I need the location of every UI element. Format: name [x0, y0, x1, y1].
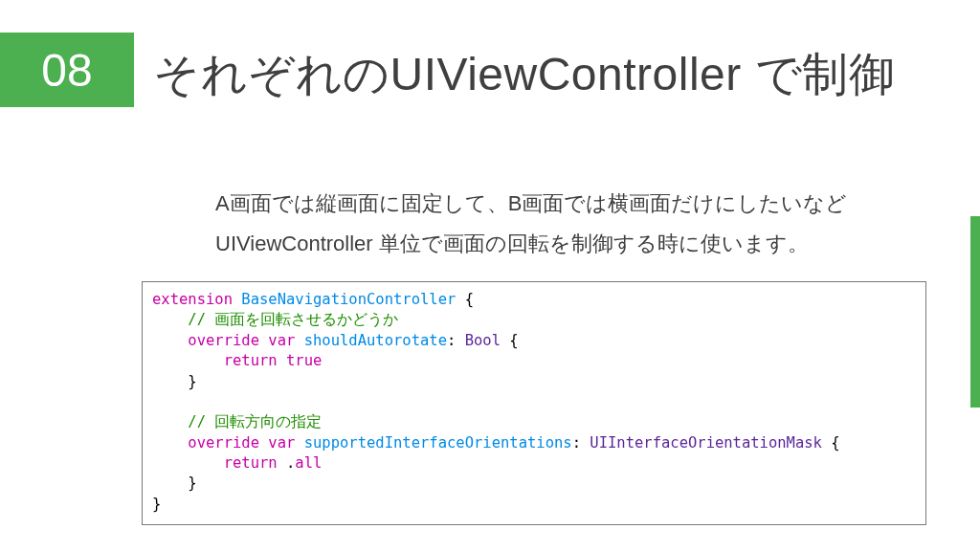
accent-bar — [970, 216, 980, 408]
code-token: Bool — [465, 332, 501, 349]
description-line-2: UIViewController 単位で画面の回転を制御する時に使います。 — [215, 224, 923, 264]
code-token: override — [188, 332, 259, 349]
code-token — [152, 454, 224, 472]
slide-description: A画面では縦画面に固定して、B画面では横画面だけにしたいなど UIViewCon… — [215, 184, 923, 264]
code-token: : — [447, 332, 465, 349]
code-token: . — [278, 454, 296, 472]
code-token: extension — [152, 291, 233, 308]
code-token: } — [152, 373, 197, 390]
code-token — [259, 332, 268, 349]
code-token — [233, 291, 241, 308]
code-token — [295, 434, 303, 452]
code-token — [152, 332, 188, 349]
code-token: return — [224, 352, 278, 369]
code-comment: // 回転方向の指定 — [152, 413, 322, 430]
code-token: all — [295, 454, 322, 472]
code-token — [259, 434, 268, 452]
code-token: UIInterfaceOrientationMask — [590, 434, 822, 452]
code-token: } — [152, 474, 197, 492]
code-blank — [152, 393, 161, 410]
code-token: shouldAutorotate — [304, 332, 447, 349]
code-token: : — [572, 434, 590, 452]
code-token: BaseNavigationController — [241, 291, 456, 308]
code-token: var — [268, 332, 295, 349]
description-line-1: A画面では縦画面に固定して、B画面では横画面だけにしたいなど — [215, 184, 923, 224]
code-token: var — [268, 434, 295, 452]
code-token: return — [224, 454, 278, 472]
code-token — [152, 434, 188, 452]
code-token: true — [286, 352, 322, 369]
code-token — [278, 352, 286, 369]
code-comment: // 画面を回転させるかどうか — [152, 311, 398, 328]
code-block: extension BaseNavigationController { // … — [142, 281, 926, 525]
code-token: supportedInterfaceOrientations — [304, 434, 572, 452]
code-token: } — [152, 496, 161, 513]
slide-number-badge: 08 — [0, 33, 134, 107]
code-token: override — [188, 434, 259, 452]
code-token — [295, 332, 303, 349]
code-token — [152, 352, 224, 369]
code-token: { — [456, 291, 474, 308]
code-token: { — [501, 332, 519, 349]
slide-title: それぞれのUIViewController で制御 — [153, 44, 895, 105]
slide-number: 08 — [41, 44, 92, 97]
code-token: { — [822, 434, 840, 452]
